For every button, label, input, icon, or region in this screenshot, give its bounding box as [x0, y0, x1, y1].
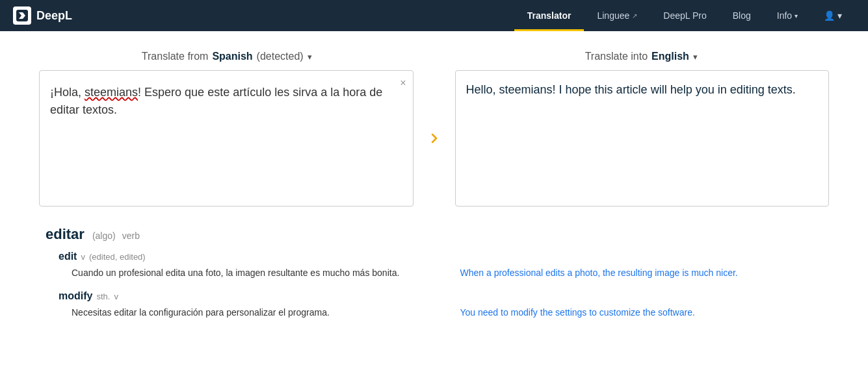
dict-conj-modify: v	[114, 292, 118, 301]
dict-example-target-edit-1: When a professional edits a photo, the r…	[460, 266, 823, 280]
nav-linguee[interactable]: Linguee ↗	[584, 0, 650, 31]
dictionary-pos: verb	[122, 231, 140, 241]
target-language-selector[interactable]: Translate into English ▾	[454, 51, 830, 62]
navigation: DeepL Translator Linguee ↗ DeepL Pro Blo…	[0, 0, 868, 31]
nav-deepl-pro[interactable]: DeepL Pro	[650, 0, 719, 31]
translate-arrow-button[interactable]	[414, 70, 455, 207]
target-box: Hello, steemians! I hope this article wi…	[455, 70, 830, 207]
dict-word-modify: modify	[59, 290, 92, 302]
dict-example-target-modify-1: You need to modify the settings to custo…	[460, 306, 823, 320]
dict-entry-modify: modify sth. v Necesitas editar la config…	[46, 290, 822, 320]
main-content: Translate from Spanish (detected) ▾ Tran…	[0, 31, 868, 343]
misspelled-word: steemians	[85, 86, 138, 99]
dict-example-source-modify-1: Necesitas editar la configuración para p…	[72, 306, 434, 320]
dict-example-source-edit-1: Cuando un profesional edita una foto, la…	[72, 266, 434, 280]
source-language: Spanish	[212, 51, 252, 62]
target-chevron-icon: ▾	[693, 52, 698, 62]
translate-headers: Translate from Spanish (detected) ▾ Tran…	[39, 51, 829, 62]
dictionary-section: editar (algo) verb edit v (edited, edite…	[39, 226, 829, 320]
source-text: ¡Hola, steemians! Espero que este artícu…	[50, 81, 402, 119]
logo-text: DeepL	[36, 9, 72, 23]
translation-container: × ¡Hola, steemians! Espero que este artí…	[39, 70, 829, 207]
logo[interactable]: DeepL	[13, 6, 72, 25]
target-language: English	[651, 51, 689, 62]
source-box: × ¡Hola, steemians! Espero que este artí…	[39, 70, 414, 207]
nav-blog[interactable]: Blog	[720, 0, 764, 31]
clear-button[interactable]: ×	[400, 77, 406, 89]
nav-links: Translator Linguee ↗ DeepL Pro Blog Info…	[514, 0, 855, 31]
dict-entry-edit: edit v (edited, edited) Cuando un profes…	[46, 251, 822, 280]
dictionary-word: editar	[46, 226, 85, 243]
dict-example-edit-1: Cuando un profesional edita una foto, la…	[59, 266, 822, 280]
external-link-icon: ↗	[632, 12, 637, 19]
dict-conj-edit: (edited, edited)	[89, 252, 146, 262]
into-prefix: Translate into	[585, 51, 648, 62]
dict-type-edit: v	[81, 252, 85, 262]
dictionary-also: (algo)	[92, 231, 116, 241]
nav-info[interactable]: Info ▾	[764, 0, 811, 31]
source-chevron-icon: ▾	[308, 52, 312, 62]
logo-icon	[13, 6, 31, 25]
dict-example-modify-1: Necesitas editar la configuración para p…	[59, 306, 822, 320]
nav-user[interactable]: 👤 ▾	[811, 0, 855, 31]
from-prefix: Translate from	[142, 51, 209, 62]
nav-translator[interactable]: Translator	[514, 0, 585, 31]
detected-label: (detected)	[257, 51, 304, 62]
dict-translation-modify: modify sth. v	[59, 290, 822, 302]
dict-word-edit: edit	[59, 251, 77, 262]
dict-translation-edit: edit v (edited, edited)	[59, 251, 822, 262]
dict-type-modify: sth.	[96, 292, 110, 301]
source-language-selector[interactable]: Translate from Spanish (detected) ▾	[39, 51, 415, 62]
translated-text: Hello, steemians! I hope this article wi…	[466, 81, 819, 99]
user-icon: 👤 ▾	[824, 10, 842, 21]
info-chevron-icon: ▾	[795, 12, 798, 19]
